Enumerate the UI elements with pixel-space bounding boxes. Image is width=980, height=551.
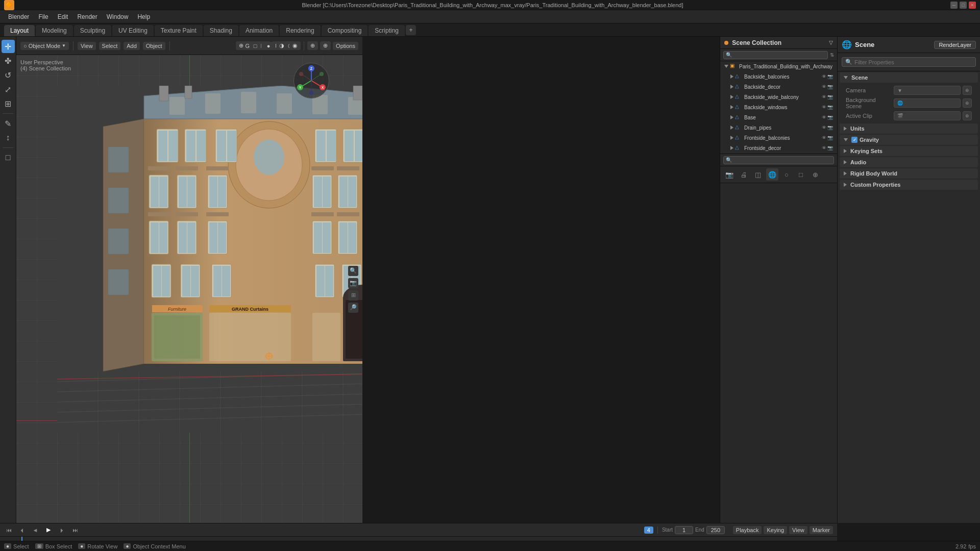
view-layer-icon[interactable]: 👁 (822, 145, 826, 151)
tool-cursor[interactable]: ✛ (2, 40, 15, 53)
tab-compositing[interactable]: Compositing (322, 25, 368, 36)
render-icon[interactable]: 📷 (827, 135, 833, 140)
tool-annotate[interactable]: ✎ (2, 117, 15, 130)
timeline-prev-frame-button[interactable]: ⏴ (17, 525, 27, 535)
outliner-item-backside-windows[interactable]: △ Backside_windows 👁 📷 (726, 102, 837, 112)
view-layer-icon[interactable]: 👁 (822, 84, 826, 89)
bg-scene-pick-icon[interactable]: ⊕ (963, 98, 972, 108)
options-menu[interactable]: Options (333, 42, 358, 50)
view-layer-icon[interactable]: 👁 (822, 115, 826, 120)
object-mode-dropdown[interactable]: ○ Object Mode ▼ (20, 42, 69, 50)
tool-scale[interactable]: ⤢ (2, 83, 15, 96)
properties-search-input[interactable] (723, 156, 834, 164)
maximize-button[interactable]: □ (960, 2, 967, 9)
tab-sculpting[interactable]: Sculpting (74, 25, 111, 36)
tool-transform[interactable]: ⊞ (2, 97, 15, 110)
tool-measure[interactable]: ↕ (2, 131, 15, 144)
zoom-out-icon[interactable]: 🔎 (348, 303, 358, 313)
outliner-item-main-collection[interactable]: ▣ Paris_Traditional_Building_with_Archwa… (720, 61, 837, 71)
gizmo-toggle[interactable]: ⊕ (320, 41, 331, 50)
render-icon[interactable]: 📷 (827, 115, 833, 120)
object-menu[interactable]: Object (143, 42, 165, 50)
viewport-shading-material[interactable]: ◑ (276, 41, 287, 50)
tool-add-primitive[interactable]: □ (2, 151, 15, 164)
menu-help[interactable]: Help (133, 12, 154, 21)
window-controls[interactable]: ─ □ ✕ (950, 2, 976, 9)
camera-icon[interactable]: 📷 (348, 278, 358, 288)
outliner-search-input[interactable] (723, 51, 828, 59)
gizmo-circle[interactable]: Z X Y (293, 63, 329, 98)
render-icon[interactable]: 📷 (827, 105, 833, 110)
outliner-item-backside-balconies[interactable]: △ Backside_balconies 👁 📷 (726, 71, 837, 82)
3d-viewport[interactable]: Furniture GRAND Curtains (16, 55, 362, 523)
custom-props-section-header[interactable]: Custom Properties (840, 180, 978, 190)
tab-modeling[interactable]: Modeling (36, 25, 73, 36)
end-frame-input[interactable] (706, 526, 725, 534)
menu-blender[interactable]: Blender (4, 12, 33, 21)
outliner-item-backside-wide-balcony[interactable]: △ Backside_wide_balcony 👁 📷 (726, 92, 837, 102)
start-frame-input[interactable] (675, 526, 693, 534)
render-icon[interactable]: 📷 (827, 125, 833, 130)
viewport-shading-solid[interactable]: ● (263, 42, 274, 50)
timeline-next-frame-button[interactable]: ⏵ (57, 525, 66, 535)
rigid-body-section-header[interactable]: Rigid Body World (840, 168, 978, 179)
zoom-in-icon[interactable]: 🔍 (348, 266, 358, 276)
active-clip-value[interactable]: 🎬 (894, 111, 961, 120)
menu-window[interactable]: Window (103, 12, 133, 21)
view-layer-icon[interactable]: 👁 (822, 125, 826, 130)
modifier-props-icon[interactable]: ⊕ (809, 168, 821, 181)
outliner-item-base[interactable]: △ Base 👁 📷 (726, 112, 837, 122)
render-layer-badge[interactable]: RenderLayer (934, 41, 976, 49)
view-layer-icon[interactable]: 👁 (822, 74, 826, 79)
add-menu[interactable]: Add (124, 42, 140, 50)
keying-sets-section-header[interactable]: Keying Sets (840, 146, 978, 156)
menu-render[interactable]: Render (73, 12, 101, 21)
select-menu[interactable]: Select (99, 42, 121, 50)
output-props-icon[interactable]: 🖨 (738, 168, 750, 181)
view-menu[interactable]: View (78, 42, 96, 50)
tool-rotate[interactable]: ↺ (2, 68, 15, 82)
outliner-item-frontside-balconies[interactable]: △ Frontside_balconies 👁 📷 (726, 133, 837, 143)
tool-move[interactable]: ✤ (2, 54, 15, 67)
render-icon[interactable]: 📷 (827, 84, 833, 89)
render-icon[interactable]: 📷 (827, 145, 833, 151)
audio-section-header[interactable]: Audio (840, 157, 978, 167)
camera-pick-icon[interactable]: ⊕ (963, 86, 972, 95)
menu-file[interactable]: File (34, 12, 52, 21)
view-layer-props-icon[interactable]: ◫ (752, 168, 764, 181)
outliner-item-backside-decor[interactable]: △ Backside_decor 👁 📷 (726, 82, 837, 92)
outliner-item-frontside-decor[interactable]: △ Frontside_decor 👁 📷 (726, 143, 837, 153)
view-layer-icon[interactable]: 👁 (822, 105, 826, 110)
current-frame-badge[interactable]: 4 (644, 527, 653, 534)
tab-rendering[interactable]: Rendering (280, 25, 320, 36)
props-search-input[interactable] (854, 59, 972, 65)
add-workspace-button[interactable]: + (406, 25, 416, 35)
gravity-checkbox[interactable]: ✓ (851, 137, 857, 143)
viewport-shading-wire[interactable]: □ (250, 42, 261, 50)
view-layer-icon[interactable]: 👁 (822, 135, 826, 140)
render-icon[interactable]: 📷 (827, 94, 833, 99)
outliner-filter-icon[interactable]: ▽ (829, 40, 833, 45)
menu-edit[interactable]: Edit (54, 12, 72, 21)
render-icon[interactable]: 📷 (827, 74, 833, 79)
timeline-play-button[interactable]: ▶ (44, 525, 53, 535)
playback-menu[interactable]: Playback (733, 526, 762, 534)
view-layer-icon[interactable]: 👁 (822, 94, 826, 99)
view-menu-timeline[interactable]: View (789, 526, 807, 534)
viewport-shading-rendered[interactable]: ◉ (289, 41, 301, 50)
scene-props-icon[interactable]: 🌐 (766, 168, 778, 181)
tab-scripting[interactable]: Scripting (369, 25, 405, 36)
marker-menu[interactable]: Marker (810, 526, 833, 534)
close-button[interactable]: ✕ (969, 2, 976, 9)
outliner-sort-icon[interactable]: ⇅ (830, 52, 834, 58)
object-props-icon[interactable]: □ (795, 168, 807, 181)
outliner-item-drain-pipes[interactable]: △ Drain_pipes 👁 📷 (726, 122, 837, 133)
scene-section-header[interactable]: Scene (840, 72, 978, 83)
timeline-jump-start-button[interactable]: ⏮ (4, 525, 13, 535)
render-props-icon[interactable]: 📷 (723, 168, 736, 181)
tab-shading[interactable]: Shading (204, 25, 238, 36)
tab-layout[interactable]: Layout (4, 25, 35, 36)
units-section-header[interactable]: Units (840, 123, 978, 134)
camera-value-field[interactable]: ▼ (894, 86, 961, 95)
timeline-play-reverse-button[interactable]: ◄ (31, 525, 40, 535)
